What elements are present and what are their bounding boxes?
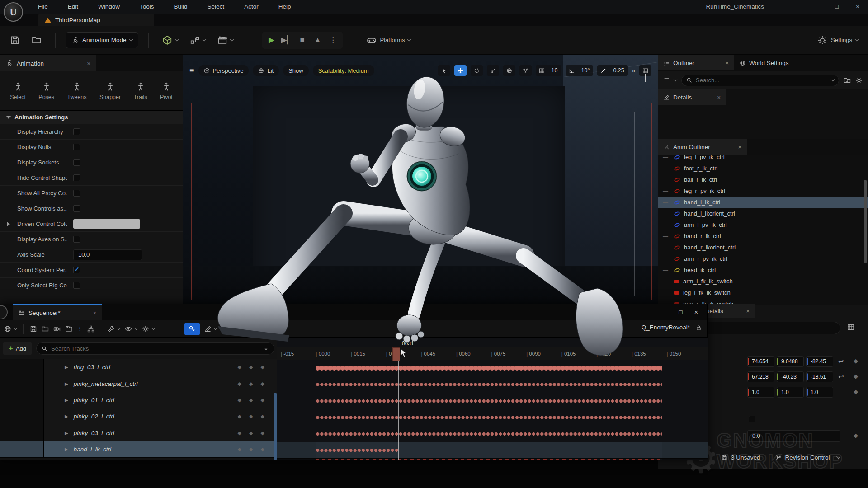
value-y-input[interactable]: 9.0488	[777, 356, 804, 367]
eject-button[interactable]: ▲	[310, 36, 326, 45]
keyframe-dots[interactable]	[316, 360, 662, 376]
tab-thirdpersonmap[interactable]: ThirdPersonMap	[38, 14, 154, 26]
browse-sequence-icon[interactable]	[42, 325, 49, 333]
keyframe-dots[interactable]	[316, 442, 399, 458]
add-key-icon[interactable]: ◆	[249, 364, 253, 370]
track-row[interactable]: ▶ pinky_02_l_ctrl ◆ ◆ ◆	[0, 408, 277, 425]
tab-anim-outliner[interactable]: Anim Outliner ×	[658, 139, 747, 155]
rotation-snap-value[interactable]: 10°	[578, 67, 594, 74]
more-options-icon[interactable]: ⋮	[77, 325, 83, 332]
add-folder-icon[interactable]	[844, 77, 851, 84]
fps-dropdown[interactable]: 30 fps	[263, 325, 284, 332]
visibility-toggle[interactable]: —	[663, 256, 670, 262]
add-track-button[interactable]: + Add	[3, 342, 32, 355]
expand-icon[interactable]: ▶	[65, 431, 68, 436]
keyframe-row[interactable]	[277, 393, 708, 409]
property-value-input[interactable]: 0.0	[747, 430, 840, 442]
unsaved-button[interactable]: 3 Unsaved	[722, 454, 760, 461]
keyframe-dots[interactable]	[316, 393, 662, 409]
value-x-input[interactable]: 1.0	[747, 387, 774, 398]
track-scrollbar[interactable]	[274, 393, 277, 460]
actor-sequence-icon[interactable]	[87, 325, 94, 333]
cinematics-button[interactable]	[214, 33, 237, 48]
anim-control-row[interactable]: — ball_r_ik_ctrl	[658, 174, 868, 185]
frame-skip-button[interactable]: ▶▏	[279, 35, 295, 45]
close-icon[interactable]: ×	[738, 144, 741, 150]
anim-control-row[interactable]: — leg_r_pv_ik_ctrl	[658, 185, 868, 197]
camera-speed-button[interactable]: »	[632, 67, 635, 74]
visibility-toggle[interactable]: —	[663, 278, 670, 285]
setting-checkbox[interactable]	[73, 236, 80, 243]
menu-item[interactable]: Tools	[130, 0, 164, 14]
value-x-input[interactable]: 74.654	[747, 356, 774, 367]
prev-key-icon[interactable]: ◆	[238, 446, 241, 452]
keyframe-row[interactable]	[277, 426, 708, 442]
animation-tool-button[interactable]: Poses	[38, 82, 54, 100]
visibility-toggle[interactable]: —	[663, 211, 670, 217]
anim-control-row[interactable]: — arm_l_pv_ik_ctrl	[658, 219, 868, 230]
expand-icon[interactable]	[7, 222, 10, 226]
track-row[interactable]: ▶ ring_03_l_ctrl ◆ ◆ ◆	[0, 359, 277, 375]
close-icon[interactable]: ×	[87, 60, 90, 67]
visibility-toggle[interactable]: —	[663, 290, 670, 296]
visibility-toggle[interactable]: —	[663, 267, 670, 273]
animation-tool-button[interactable]: Trails	[134, 82, 147, 100]
settings-dropdown[interactable]: Settings	[814, 33, 862, 48]
tab-details-top[interactable]: Details ×	[658, 89, 726, 105]
anim-control-row[interactable]: — hand_r_ikorient_ctrl	[658, 242, 868, 253]
chevron-down-icon[interactable]	[674, 78, 677, 81]
visibility-toggle[interactable]: —	[663, 177, 670, 183]
expand-icon[interactable]: ▶	[65, 447, 68, 452]
animation-tool-button[interactable]: Snapper	[99, 82, 121, 100]
anim-outliner-scrollbar[interactable]	[864, 180, 867, 263]
menu-item[interactable]: File	[28, 0, 58, 14]
value-z-input[interactable]: 1.0	[806, 387, 833, 398]
add-key-icon[interactable]: ◆	[249, 446, 253, 452]
tab-animation[interactable]: Animation ×	[0, 55, 96, 71]
view-options-icon[interactable]	[125, 325, 132, 333]
prev-key-icon[interactable]: ◆	[238, 381, 241, 387]
expand-icon[interactable]: ▶	[65, 365, 68, 370]
close-icon[interactable]: ×	[725, 60, 729, 66]
sequencer-titlebar[interactable]: Sequencer* × — □ ×	[0, 304, 707, 320]
prev-key-icon[interactable]: ◆	[238, 364, 241, 370]
animation-tool-button[interactable]: Pivot	[160, 82, 173, 100]
menu-item[interactable]: Edit	[58, 0, 88, 14]
revision-control-dropdown[interactable]: Revision Control	[776, 454, 840, 461]
lit-dropdown[interactable]: Lit	[253, 65, 279, 76]
menu-item[interactable]: Select	[198, 0, 235, 14]
property-matrix-icon[interactable]	[847, 324, 854, 331]
keyframe-dots[interactable]	[316, 426, 662, 442]
value-y-input[interactable]: -40.23	[777, 371, 804, 382]
scale-snap-button[interactable]	[597, 65, 609, 76]
setting-checkbox[interactable]	[73, 174, 80, 181]
next-key-icon[interactable]: ◆	[261, 397, 264, 403]
anim-control-row[interactable]: — leg_l_pv_ik_ctrl	[658, 155, 868, 163]
blueprints-button[interactable]	[186, 33, 209, 48]
setting-checkbox[interactable]	[73, 282, 80, 289]
prev-key-icon[interactable]: ◆	[238, 430, 241, 436]
keyframe-diamond-icon[interactable]: ◆	[854, 373, 858, 380]
visibility-toggle[interactable]: —	[663, 155, 670, 160]
grid-snap-button[interactable]	[536, 65, 548, 76]
animation-settings-header[interactable]: Animation Settings	[0, 110, 183, 124]
close-button[interactable]: ×	[847, 0, 868, 14]
visibility-toggle[interactable]: —	[663, 233, 670, 239]
playhead-line[interactable]	[398, 347, 399, 460]
anim-control-row[interactable]: — leg_l_fk_ik_switch	[658, 287, 868, 298]
surface-snapping-button[interactable]	[519, 65, 532, 76]
keyframe-row[interactable]	[277, 409, 708, 426]
content-browser-button[interactable]	[28, 33, 45, 48]
next-key-icon[interactable]: ◆	[261, 381, 264, 387]
menu-item[interactable]: Help	[269, 0, 301, 14]
scalability-badge[interactable]: Scalability: Medium	[313, 65, 374, 76]
reset-icon[interactable]: ↩	[838, 373, 844, 381]
maximize-button[interactable]: □	[826, 0, 847, 14]
track-row[interactable]: ▶ pinky_metacarpal_l_ctrl ◆ ◆ ◆	[0, 375, 277, 392]
keyframe-diamond-icon[interactable]: ◆	[854, 357, 858, 364]
track-search-input[interactable]: Search Tracks	[36, 342, 274, 355]
play-button[interactable]: ▶	[264, 35, 279, 45]
keyframe-dots[interactable]	[316, 376, 662, 392]
next-key-icon[interactable]: ◆	[261, 413, 264, 419]
visibility-toggle[interactable]: —	[663, 188, 670, 194]
